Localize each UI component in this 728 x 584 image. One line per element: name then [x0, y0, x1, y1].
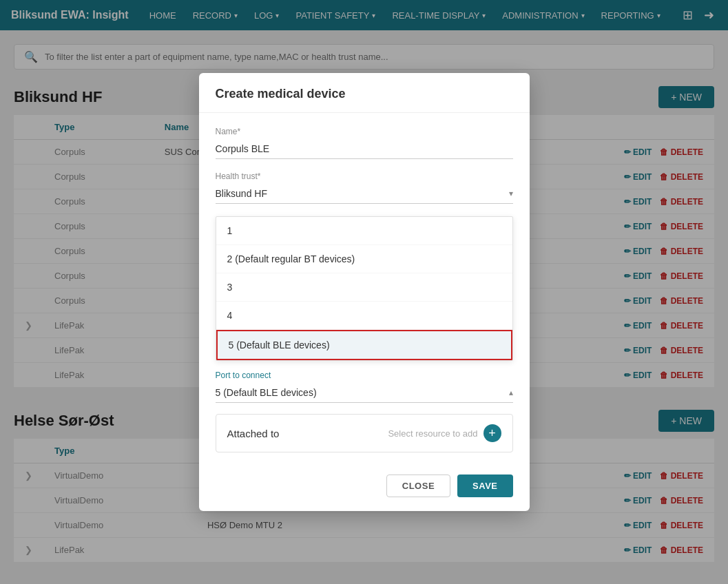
chevron-down-icon: ▾: [509, 189, 513, 198]
modal-overlay: Create medical device Name* Health trust…: [0, 0, 728, 584]
name-input[interactable]: [216, 139, 513, 159]
port-section: Port to connect 5 (Default BLE devices) …: [216, 371, 513, 403]
health-trust-label: Health trust*: [216, 171, 513, 181]
dropdown-item[interactable]: 1: [216, 217, 512, 245]
attached-section: Attached to Select resource to add +: [216, 414, 513, 452]
attached-right: Select resource to add +: [388, 424, 501, 442]
dropdown-item[interactable]: 2 (Default regular BT devices): [216, 245, 512, 273]
health-trust-field-group: Health trust* Bliksund HF ▾: [216, 171, 513, 204]
health-trust-select[interactable]: Bliksund HF ▾: [216, 184, 513, 204]
name-label: Name*: [216, 127, 513, 136]
port-dropdown-list: 12 (Default regular BT devices)345 (Defa…: [216, 216, 513, 361]
add-resource-button[interactable]: +: [483, 424, 501, 442]
dropdown-item[interactable]: 4: [216, 302, 512, 330]
port-value: 5 (Default BLE devices): [216, 387, 317, 398]
dropdown-item[interactable]: 5 (Default BLE devices): [216, 330, 512, 360]
modal-body: Name* Health trust* Bliksund HF ▾ 12 (De…: [199, 113, 530, 466]
chevron-up-icon: ▴: [509, 388, 513, 397]
dropdown-item[interactable]: 3: [216, 273, 512, 302]
health-trust-value: Bliksund HF: [216, 188, 267, 199]
save-button[interactable]: SAVE: [457, 474, 512, 497]
name-field-group: Name*: [216, 127, 513, 159]
modal-footer: CLOSE SAVE: [199, 466, 530, 511]
modal-title: Create medical device: [216, 87, 513, 101]
modal-header: Create medical device: [199, 73, 530, 113]
port-label: Port to connect: [216, 371, 513, 380]
create-device-modal: Create medical device Name* Health trust…: [199, 73, 530, 511]
close-button[interactable]: CLOSE: [386, 474, 450, 497]
attached-placeholder: Select resource to add: [388, 428, 477, 439]
attached-label: Attached to: [227, 428, 280, 439]
port-select[interactable]: 5 (Default BLE devices) ▴: [216, 383, 513, 403]
